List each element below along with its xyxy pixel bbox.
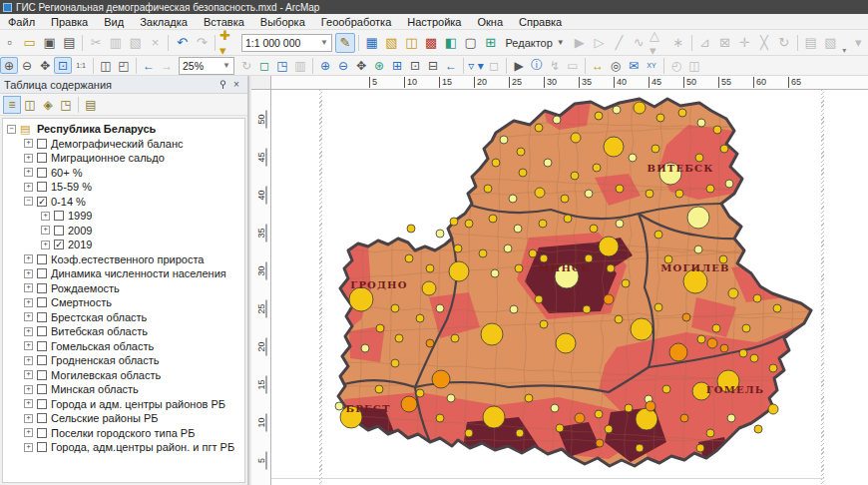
layer-checkbox[interactable] (37, 283, 47, 293)
menu-вид[interactable]: Вид (96, 15, 132, 29)
expander-icon[interactable]: − (24, 197, 33, 206)
list-by-visibility-button[interactable]: ◈ (39, 96, 57, 114)
find-button[interactable]: ◎ (607, 57, 625, 74)
add-join-button[interactable]: ▧ (382, 33, 402, 53)
zoom-out-button[interactable]: ⊖ (334, 57, 352, 74)
window-catalog-button[interactable]: ▢ (461, 33, 481, 53)
chevron-down-icon[interactable]: ▼ (320, 38, 328, 47)
editor-menu[interactable]: Редактор▼ (500, 33, 569, 53)
menu-файл[interactable]: Файл (0, 15, 43, 29)
sketch-properties-button[interactable]: ▧ (820, 33, 840, 53)
pause-drawing-button[interactable]: ◻ (255, 57, 273, 74)
arccatalog-button[interactable]: ◫ (401, 33, 421, 53)
menu-настройка[interactable]: Настройка (399, 15, 469, 29)
toolbar-overflow[interactable]: ▾ (842, 46, 846, 55)
save-button[interactable]: ▣ (40, 33, 60, 53)
fixed-zoom-out-button[interactable]: ⊟ (424, 57, 442, 74)
full-page-button[interactable]: ⊡ (54, 57, 72, 74)
expander-icon[interactable]: + (24, 139, 33, 148)
pan-button[interactable]: ✥ (352, 57, 370, 74)
expander-icon[interactable]: + (24, 385, 33, 394)
chevron-down-icon[interactable]: ▼ (222, 61, 230, 70)
viewer-window-button[interactable]: ◫ (685, 57, 703, 74)
expander-icon[interactable]: + (41, 241, 50, 249)
layer-checkbox[interactable] (37, 312, 47, 322)
select-arrow-button[interactable]: ▶ (510, 57, 528, 74)
map-page[interactable]: ВИТЕБСКМОГИЛЕВМИНСКГРОДНОБРЕСТГОМЕЛЬ (271, 90, 868, 485)
refresh-button[interactable]: ↻ (237, 57, 255, 74)
tree-item[interactable]: +Сельские районы РБ (3, 411, 244, 426)
move-button[interactable]: ✛ (734, 33, 754, 53)
tree-item[interactable]: −▤Республика Беларусь (3, 122, 244, 137)
vertex-button[interactable]: ∗ (668, 33, 688, 53)
connect-folder-button[interactable]: ⊞ (481, 33, 501, 53)
layout-zoom-combo[interactable]: 25%▼ (179, 57, 234, 75)
new-map-button[interactable]: ▫ (0, 33, 20, 53)
tree-item[interactable]: +Динамика численности населения (3, 266, 244, 281)
html-popup-button[interactable]: ▭ (564, 57, 582, 74)
tree-item[interactable]: +Коэф.естественного прироста (3, 252, 244, 267)
back-layout-button[interactable]: ← (140, 57, 158, 74)
cut-button[interactable]: ✂ (86, 33, 106, 53)
tree-item[interactable]: +1999 (3, 209, 244, 224)
list-by-selection-button[interactable]: ◳ (57, 96, 75, 114)
attribute-table-button[interactable]: ▦ (362, 33, 382, 53)
arc-button[interactable]: ∿ (629, 33, 649, 53)
trace-button[interactable]: ▷ (590, 33, 610, 53)
layer-checkbox[interactable] (37, 297, 47, 307)
paste-button[interactable]: ▧ (126, 33, 146, 53)
layer-checkbox[interactable] (54, 226, 64, 236)
hyperlink-button[interactable]: ↯ (546, 57, 564, 74)
edit-arrow-button[interactable]: ▶ (570, 33, 590, 53)
tree-item[interactable]: +✓2019 (3, 238, 244, 252)
tree-item[interactable]: +Смертность (3, 295, 244, 310)
tree-item[interactable]: +Миграционное сальдо (3, 151, 244, 166)
back-extent-button[interactable]: ← (442, 57, 460, 74)
full-extent-button[interactable]: ⊞ (388, 57, 406, 74)
layer-checkbox[interactable] (37, 182, 47, 192)
layer-checkbox[interactable] (37, 153, 47, 163)
fixed-zoom-in-button[interactable]: ⊡ (406, 57, 424, 74)
layer-checkbox[interactable]: ✓ (37, 197, 47, 207)
copy-button[interactable]: ▥ (106, 33, 126, 53)
tree-item[interactable]: +Могилевская область (3, 368, 244, 383)
tree-item[interactable]: −✓0-14 % (3, 195, 244, 210)
more-button[interactable]: ▾ (848, 33, 868, 53)
expander-icon[interactable]: + (24, 269, 33, 278)
print-button[interactable]: ▤ (59, 33, 79, 53)
close-icon[interactable]: × (229, 78, 243, 92)
rotate-button[interactable]: ↻ (774, 33, 794, 53)
zoom-out-layout-button[interactable]: ⊖ (18, 57, 36, 74)
locate-button[interactable]: ✉ (625, 57, 643, 74)
tree-item[interactable]: +Демографический баланс (3, 137, 244, 152)
arctoolbox-button[interactable]: ▩ (421, 33, 441, 53)
expander-icon[interactable]: + (24, 154, 33, 163)
layer-checkbox[interactable] (37, 341, 47, 351)
menu-закладка[interactable]: Закладка (132, 15, 196, 29)
reshape-button[interactable]: ⊿ (695, 33, 715, 53)
data-driven-button[interactable]: ▥ (291, 57, 309, 74)
tree-item[interactable]: +Рождаемость (3, 281, 244, 296)
tree-item[interactable]: +2009 (3, 224, 244, 239)
menu-справка[interactable]: Справка (511, 15, 570, 29)
attributes-button[interactable]: ▤ (801, 33, 821, 53)
expander-icon[interactable]: + (24, 399, 33, 408)
expander-icon[interactable]: + (24, 168, 33, 177)
expander-icon[interactable]: + (24, 283, 33, 292)
expander-icon[interactable]: + (24, 341, 33, 350)
tree-item[interactable]: +Минская область (3, 382, 244, 397)
tree-item[interactable]: +Гродненская область (3, 353, 244, 368)
one-to-one-button[interactable]: 1:1 (72, 57, 90, 74)
pan-layout-button[interactable]: ✥ (36, 57, 54, 74)
line-button[interactable]: ╱ (609, 33, 629, 53)
cut-polygon-button[interactable]: ⊠ (714, 33, 734, 53)
expander-icon[interactable]: + (24, 312, 33, 321)
list-by-drawing-order-button[interactable]: ≡ (3, 96, 21, 114)
time-slider-button[interactable]: ◴ (667, 57, 685, 74)
selection-dropdown-button[interactable]: ▿ ▾ (467, 57, 485, 74)
belarus-demographic-map[interactable]: ВИТЕБСКМОГИЛЕВМИНСКГРОДНОБРЕСТГОМЕЛЬ (271, 90, 868, 485)
add-data-button[interactable]: ✚ ▾ (218, 33, 238, 53)
redo-button[interactable]: ↷ (192, 33, 212, 53)
layer-checkbox[interactable] (37, 428, 47, 438)
expander-icon[interactable]: + (24, 298, 33, 307)
